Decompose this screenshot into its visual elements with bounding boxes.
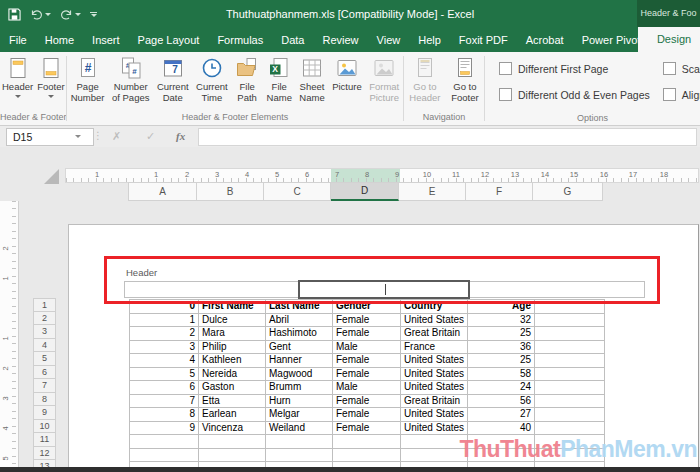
checkbox-different-odd-even-pages[interactable]: Different Odd & Even Pages: [499, 86, 650, 103]
cell-G1[interactable]: [535, 300, 605, 314]
cell-E7[interactable]: United States: [401, 381, 468, 395]
cell-B11[interactable]: [199, 435, 266, 449]
row-header-1[interactable]: 1: [33, 298, 56, 312]
cell-C10[interactable]: Weiland: [266, 422, 333, 436]
checkbox-box[interactable]: [663, 62, 676, 75]
cell-A1[interactable]: 0: [130, 300, 199, 314]
cell-D2[interactable]: Female: [333, 314, 401, 328]
row-header-8[interactable]: 8: [33, 393, 56, 407]
column-header-d[interactable]: D: [331, 182, 399, 201]
cell-D1[interactable]: Gender: [333, 300, 401, 314]
tab-home[interactable]: Home: [36, 28, 83, 52]
row-header-5[interactable]: 5: [33, 352, 56, 366]
cell-C3[interactable]: Hashimoto: [266, 327, 333, 341]
tab-view[interactable]: View: [368, 28, 410, 52]
cell-B7[interactable]: Gaston: [199, 381, 266, 395]
cell-B10[interactable]: Vincenza: [199, 422, 266, 436]
cell-B5[interactable]: Kathleen: [199, 354, 266, 368]
cell-B4[interactable]: Philip: [199, 341, 266, 355]
go-to-footer-button[interactable]: Go toFooter: [449, 54, 480, 103]
cell-G8[interactable]: [535, 395, 605, 409]
cell-D7[interactable]: Male: [333, 381, 401, 395]
column-header-e[interactable]: E: [399, 182, 466, 201]
select-all-button[interactable]: [44, 169, 59, 184]
undo-dropdown-icon[interactable]: [45, 13, 51, 16]
cell-B9[interactable]: Earlean: [199, 408, 266, 422]
checkbox-different-first-page[interactable]: Different First Page: [499, 60, 608, 77]
cell-E3[interactable]: Great Britain: [401, 327, 468, 341]
cell-B1[interactable]: First Name: [199, 300, 266, 314]
cell-E1[interactable]: Country: [401, 300, 468, 314]
current-date-button[interactable]: 7CurrentDate: [155, 54, 191, 103]
cell-D10[interactable]: Female: [333, 422, 401, 436]
picture-button[interactable]: Picture: [330, 54, 364, 93]
name-box-dropdown-icon[interactable]: [75, 135, 81, 138]
customize-quick-access-toolbar-icon[interactable]: [90, 12, 97, 17]
cell-F2[interactable]: 32: [468, 314, 535, 328]
tab-foxit-pdf[interactable]: Foxit PDF: [450, 28, 517, 52]
cell-F3[interactable]: 25: [468, 327, 535, 341]
row-header-11[interactable]: 11: [33, 433, 56, 447]
row-header-7[interactable]: 7: [33, 379, 56, 393]
cell-D8[interactable]: Female: [333, 395, 401, 409]
row-header-4[interactable]: 4: [33, 339, 56, 353]
tab-page-layout[interactable]: Page Layout: [129, 28, 209, 52]
cell-E11[interactable]: [401, 435, 468, 449]
tab-insert[interactable]: Insert: [83, 28, 129, 52]
number-of-pages-button[interactable]: ##Numberof Pages: [110, 54, 152, 103]
sheet-name-button[interactable]: SheetName: [297, 54, 326, 103]
tab-formulas[interactable]: Formulas: [208, 28, 272, 52]
cell-F1[interactable]: Age: [468, 300, 535, 314]
cell-D4[interactable]: Male: [333, 341, 401, 355]
tab-file[interactable]: File: [0, 28, 36, 52]
cell-B12[interactable]: [199, 449, 266, 463]
undo-icon[interactable]: [30, 9, 51, 20]
header-center-section[interactable]: [298, 280, 470, 299]
cell-C11[interactable]: [266, 435, 333, 449]
cell-C2[interactable]: Abril: [266, 314, 333, 328]
cell-G9[interactable]: [535, 408, 605, 422]
redo-dropdown-icon[interactable]: [75, 13, 81, 16]
tab-help[interactable]: Help: [409, 28, 450, 52]
tab-review[interactable]: Review: [313, 28, 367, 52]
cell-E12[interactable]: [401, 449, 468, 463]
checkbox-box[interactable]: [663, 88, 676, 101]
cell-E8[interactable]: Great Britain: [401, 395, 468, 409]
cell-G7[interactable]: [535, 381, 605, 395]
cell-F7[interactable]: 24: [468, 381, 535, 395]
cell-F6[interactable]: 58: [468, 368, 535, 382]
tab-data[interactable]: Data: [272, 28, 313, 52]
cell-B6[interactable]: Nereida: [199, 368, 266, 382]
checkbox-box[interactable]: [499, 88, 512, 101]
cell-C5[interactable]: Hanner: [266, 354, 333, 368]
cell-A6[interactable]: 5: [130, 368, 199, 382]
cell-A5[interactable]: 4: [130, 354, 199, 368]
cell-A10[interactable]: 9: [130, 422, 199, 436]
cell-D12[interactable]: [333, 449, 401, 463]
column-header-g[interactable]: G: [533, 182, 603, 201]
row-header-2[interactable]: 2: [33, 312, 56, 326]
row-header-6[interactable]: 6: [33, 366, 56, 380]
cell-A7[interactable]: 6: [130, 381, 199, 395]
cell-D3[interactable]: Female: [333, 327, 401, 341]
cell-G6[interactable]: [535, 368, 605, 382]
redo-icon[interactable]: [60, 9, 81, 20]
cell-E10[interactable]: United States: [401, 422, 468, 436]
cell-E6[interactable]: United States: [401, 368, 468, 382]
footer-button[interactable]: Footer: [35, 54, 66, 98]
checkbox-align-with[interactable]: Align with: [663, 86, 700, 103]
cell-D11[interactable]: [333, 435, 401, 449]
page-number-button[interactable]: #PageNumber: [69, 54, 107, 103]
cell-E2[interactable]: United States: [401, 314, 468, 328]
current-time-button[interactable]: CurrentTime: [194, 54, 230, 103]
cell-E9[interactable]: United States: [401, 408, 468, 422]
header-button[interactable]: Header: [0, 54, 35, 98]
cell-G10[interactable]: [535, 422, 605, 436]
cell-D5[interactable]: Female: [333, 354, 401, 368]
cell-E5[interactable]: United States: [401, 354, 468, 368]
cell-C1[interactable]: Last Name: [266, 300, 333, 314]
cell-F5[interactable]: 25: [468, 354, 535, 368]
cell-C12[interactable]: [266, 449, 333, 463]
insert-function-icon[interactable]: fx: [176, 128, 185, 145]
row-header-12[interactable]: 12: [33, 447, 56, 461]
